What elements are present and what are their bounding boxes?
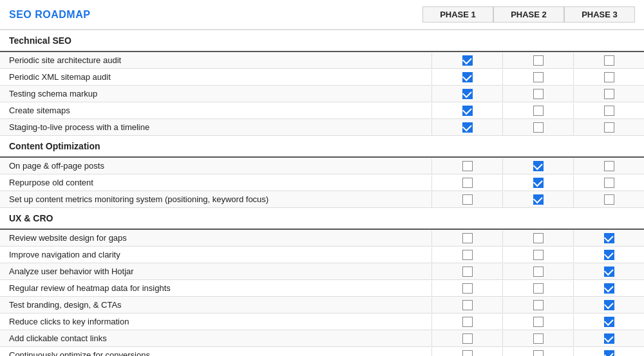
checkbox-p1[interactable]: [462, 233, 473, 243]
cell-p2[interactable]: [502, 281, 573, 296]
checkbox-p1[interactable]: [462, 350, 473, 357]
checkbox-p2[interactable]: [533, 283, 544, 294]
checkbox-p2[interactable]: [533, 333, 544, 344]
cell-p3[interactable]: [573, 103, 644, 118]
checkbox-p1[interactable]: [462, 317, 473, 327]
checkbox-p1[interactable]: [462, 72, 473, 82]
cell-p1[interactable]: [431, 247, 502, 263]
cell-p2[interactable]: [502, 192, 573, 207]
cell-p3[interactable]: [573, 53, 644, 68]
cell-p2[interactable]: [502, 348, 573, 357]
checkbox-p2[interactable]: [533, 178, 544, 188]
cell-p1[interactable]: [431, 264, 502, 279]
checkbox-p2[interactable]: [533, 233, 544, 243]
checkbox-p2[interactable]: [533, 194, 544, 205]
checkbox-p1[interactable]: [462, 106, 473, 116]
cell-p3[interactable]: [573, 314, 644, 330]
cell-p3[interactable]: [573, 120, 644, 135]
cell-p2[interactable]: [502, 297, 573, 313]
cell-p3[interactable]: [573, 247, 644, 263]
cell-p3[interactable]: [573, 230, 644, 246]
cell-p1[interactable]: [431, 103, 502, 118]
cell-p3[interactable]: [573, 70, 644, 85]
checkbox-p2[interactable]: [533, 317, 544, 327]
checkbox-p3[interactable]: [604, 350, 614, 357]
checkbox-p1[interactable]: [462, 161, 473, 171]
cell-p2[interactable]: [502, 264, 573, 279]
cell-p2[interactable]: [502, 120, 573, 135]
cell-p1[interactable]: [431, 297, 502, 313]
cell-p2[interactable]: [502, 70, 573, 85]
checkbox-p1[interactable]: [462, 122, 473, 133]
checkbox-p3[interactable]: [604, 161, 614, 171]
cell-p1[interactable]: [431, 230, 502, 246]
cell-p1[interactable]: [431, 158, 502, 174]
cell-p1[interactable]: [431, 120, 502, 135]
cell-p2[interactable]: [502, 53, 573, 68]
checkbox-p3[interactable]: [604, 333, 614, 344]
checkbox-p1[interactable]: [462, 89, 473, 99]
checkbox-p2[interactable]: [533, 72, 544, 82]
checkbox-p2[interactable]: [533, 89, 544, 99]
checkbox-p3[interactable]: [604, 89, 614, 99]
checkbox-p1[interactable]: [462, 333, 473, 344]
cell-p1[interactable]: [431, 348, 502, 357]
checkbox-p2[interactable]: [533, 267, 544, 277]
cell-p1[interactable]: [431, 86, 502, 102]
checkbox-p3[interactable]: [604, 300, 614, 310]
checkbox-p3[interactable]: [604, 55, 614, 66]
cell-p3[interactable]: [573, 175, 644, 191]
cell-p2[interactable]: [502, 158, 573, 174]
checkbox-p1[interactable]: [462, 55, 473, 66]
cell-p1[interactable]: [431, 175, 502, 191]
cell-p2[interactable]: [502, 314, 573, 330]
checkbox-p2[interactable]: [533, 350, 544, 357]
checkbox-p1[interactable]: [462, 283, 473, 294]
checkbox-p3[interactable]: [604, 267, 614, 277]
checkbox-p2[interactable]: [533, 161, 544, 171]
cell-p1[interactable]: [431, 70, 502, 85]
checkbox-p2[interactable]: [533, 55, 544, 66]
checkbox-p3[interactable]: [604, 250, 614, 260]
cell-p2[interactable]: [502, 175, 573, 191]
checkbox-p1[interactable]: [462, 194, 473, 205]
cell-p2[interactable]: [502, 247, 573, 263]
section-title-ux-cro: UX & CRO: [9, 213, 422, 223]
checkbox-p3[interactable]: [604, 122, 614, 133]
cell-p1[interactable]: [431, 314, 502, 330]
row-cells: [431, 53, 644, 68]
checkbox-p1[interactable]: [462, 178, 473, 188]
checkbox-p2[interactable]: [533, 106, 544, 116]
cell-p2[interactable]: [502, 86, 573, 102]
cell-p3[interactable]: [573, 264, 644, 279]
cell-p2[interactable]: [502, 230, 573, 246]
checkbox-p3[interactable]: [604, 233, 614, 243]
checkbox-p3[interactable]: [604, 283, 614, 294]
cell-p1[interactable]: [431, 281, 502, 296]
table-row: Periodic XML sitemap audit: [0, 69, 644, 86]
cell-p3[interactable]: [573, 192, 644, 207]
checkbox-p3[interactable]: [604, 194, 614, 205]
cell-p3[interactable]: [573, 158, 644, 174]
checkbox-p2[interactable]: [533, 300, 544, 310]
checkbox-p2[interactable]: [533, 250, 544, 260]
cell-p3[interactable]: [573, 331, 644, 346]
cell-p1[interactable]: [431, 53, 502, 68]
cell-p2[interactable]: [502, 331, 573, 346]
cell-p3[interactable]: [573, 297, 644, 313]
checkbox-p2[interactable]: [533, 122, 544, 133]
cell-p3[interactable]: [573, 348, 644, 357]
checkbox-p3[interactable]: [604, 178, 614, 188]
checkbox-p3[interactable]: [604, 72, 614, 82]
row-label: Review website design for gaps: [0, 230, 431, 246]
checkbox-p3[interactable]: [604, 317, 614, 327]
cell-p3[interactable]: [573, 86, 644, 102]
checkbox-p3[interactable]: [604, 106, 614, 116]
cell-p1[interactable]: [431, 331, 502, 346]
cell-p2[interactable]: [502, 103, 573, 118]
cell-p1[interactable]: [431, 192, 502, 207]
checkbox-p1[interactable]: [462, 267, 473, 277]
checkbox-p1[interactable]: [462, 300, 473, 310]
checkbox-p1[interactable]: [462, 250, 473, 260]
cell-p3[interactable]: [573, 281, 644, 296]
